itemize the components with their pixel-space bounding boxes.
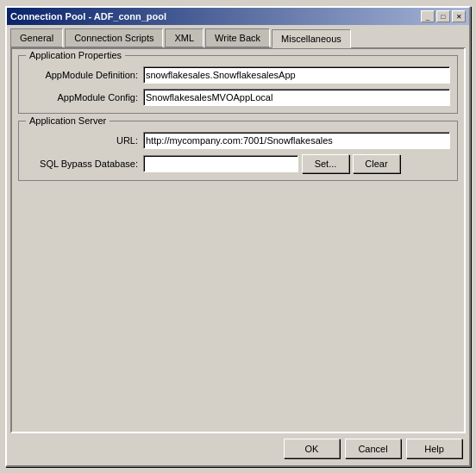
sql-bypass-row: SQL Bypass Database: Set... Clear xyxy=(26,154,450,173)
ok-button[interactable]: OK xyxy=(284,439,340,458)
application-server-label: Application Server xyxy=(26,115,110,126)
close-button[interactable]: ✕ xyxy=(452,10,466,22)
window-content: General Connection Scripts XML Write Bac… xyxy=(7,25,469,465)
title-bar: Connection Pool - ADF_conn_pool _ □ ✕ xyxy=(7,8,469,25)
spacer xyxy=(18,188,458,426)
clear-button[interactable]: Clear xyxy=(353,154,400,173)
appmodule-config-row: AppModule Config: xyxy=(26,89,450,106)
title-controls: _ □ ✕ xyxy=(421,10,466,22)
url-input[interactable] xyxy=(143,132,450,149)
tab-connection-scripts[interactable]: Connection Scripts xyxy=(65,28,163,47)
appmodule-definition-input[interactable] xyxy=(143,66,450,84)
sql-bypass-input[interactable] xyxy=(143,155,298,172)
main-window: Connection Pool - ADF_conn_pool _ □ ✕ Ge… xyxy=(5,6,471,467)
tab-write-back[interactable]: Write Back xyxy=(205,28,270,47)
appmodule-config-label: AppModule Config: xyxy=(26,92,138,103)
maximize-button[interactable]: □ xyxy=(436,10,450,22)
appmodule-definition-label: AppModule Definition: xyxy=(26,70,138,80)
window-title: Connection Pool - ADF_conn_pool xyxy=(10,11,166,22)
application-server-group: Application Server URL: SQL Bypass Datab… xyxy=(18,121,458,181)
appmodule-config-input[interactable] xyxy=(143,89,450,106)
tab-bar: General Connection Scripts XML Write Bac… xyxy=(10,28,466,47)
sql-bypass-label: SQL Bypass Database: xyxy=(26,159,138,169)
help-button[interactable]: Help xyxy=(406,439,462,458)
url-row: URL: xyxy=(26,132,450,149)
tab-general[interactable]: General xyxy=(10,28,63,47)
bottom-bar: OK Cancel Help xyxy=(10,433,466,462)
cancel-button[interactable]: Cancel xyxy=(345,439,401,458)
tab-xml[interactable]: XML xyxy=(165,28,204,47)
url-label: URL: xyxy=(26,135,138,146)
tab-panel: Application Properties AppModule Definit… xyxy=(10,47,466,433)
application-properties-label: Application Properties xyxy=(26,50,125,60)
set-button[interactable]: Set... xyxy=(302,154,349,173)
application-properties-group: Application Properties AppModule Definit… xyxy=(18,55,458,114)
tab-miscellaneous[interactable]: Miscellaneous xyxy=(272,29,351,48)
appmodule-definition-row: AppModule Definition: xyxy=(26,66,450,84)
minimize-button[interactable]: _ xyxy=(421,10,435,22)
